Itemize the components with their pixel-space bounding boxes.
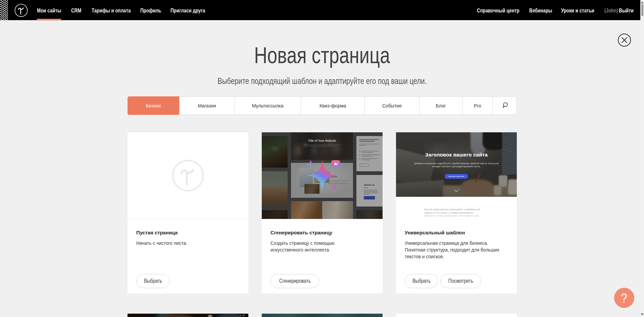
svg-text:AI: AI xyxy=(334,162,338,166)
